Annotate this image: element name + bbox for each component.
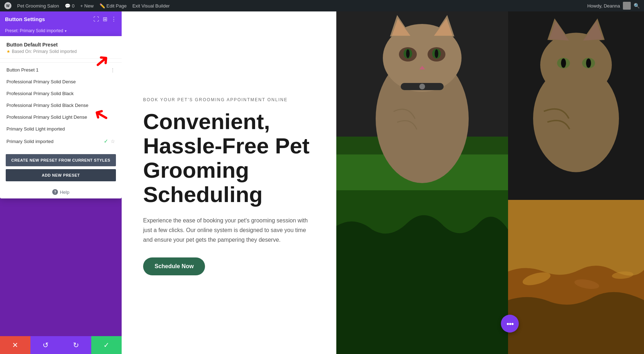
admin-bar: W Pet Grooming Salon 💬 0 + New ✏️ Edit P… [0, 0, 644, 11]
redo-button[interactable]: ↻ [61, 336, 91, 354]
user-greeting: Howdy, Deanna [587, 3, 620, 9]
side-cats-panel [508, 11, 644, 354]
side-cats-bottom [508, 200, 644, 354]
page-wrapper: Button Settings ⛶ ⊞ ⋮ Preset: Primary So… [0, 11, 644, 354]
screen-icon[interactable]: ⛶ [93, 16, 99, 23]
chevron-down-icon: ▾ [65, 29, 67, 33]
hero-section: BOOK YOUR PET'S GROOMING APPOINTMENT ONL… [122, 11, 644, 354]
preset-item-label: Primary Solid Light imported [6, 126, 115, 132]
exit-builder-button[interactable]: Exit Visual Builder [132, 3, 170, 9]
admin-bar-right: Howdy, Deanna 🔍 [587, 2, 640, 10]
create-preset-button[interactable]: CREATE NEW PRESET FROM CURRENT STYLES [6, 154, 116, 166]
save-button[interactable]: ✓ [91, 336, 122, 354]
avatar[interactable] [623, 2, 631, 10]
default-preset-title: Button Default Preset [6, 42, 115, 48]
preset-actions: CREATE NEW PRESET FROM CURRENT STYLES AD… [0, 150, 122, 186]
preset-item-label: Professional Primary Solid Black Dense [6, 103, 115, 108]
schedule-button[interactable]: Schedule Now [143, 257, 205, 275]
site-name[interactable]: Pet Grooming Salon [17, 3, 59, 9]
hero-image [336, 11, 508, 354]
close-button[interactable]: ✕ [0, 336, 30, 354]
cat-image-svg [336, 11, 508, 354]
help-link[interactable]: ? Help [0, 186, 122, 198]
settings-header-icons: ⛶ ⊞ ⋮ [93, 16, 117, 23]
wp-logo-icon: W [4, 2, 11, 9]
based-on-text: Based On: Primary Solid imported [12, 49, 77, 54]
star-icon: ★ [6, 49, 10, 54]
preset-item-label: Professional Primary Solid Black [6, 91, 115, 96]
preset-item[interactable]: Professional Primary Solid Dense [0, 76, 122, 88]
preset-item[interactable]: Primary Solid Light imported [0, 123, 122, 135]
undo-button[interactable]: ↺ [30, 336, 61, 354]
preset-list: Button Preset 1 ⋮ Professional Primary S… [0, 59, 122, 150]
preset-label[interactable]: Preset: Primary Solid imported ▾ [0, 27, 122, 36]
panel-sidebar: Button Settings ⛶ ⊞ ⋮ Preset: Primary So… [0, 11, 122, 354]
hero-description: Experience the ease of booking your pet'… [143, 216, 315, 245]
preset-label-text: Preset: Primary Solid imported [5, 28, 63, 33]
pencil-icon: ✏️ [99, 3, 105, 9]
preset-item[interactable]: Professional Primary Solid Light Dense [0, 111, 122, 123]
undo-icon: ↺ [43, 341, 49, 349]
svg-point-19 [419, 84, 425, 89]
hero-left: BOOK YOUR PET'S GROOMING APPOINTMENT ONL… [122, 11, 336, 354]
edit-page-button[interactable]: ✏️ Edit Page [99, 3, 127, 9]
side-cats-top [508, 11, 644, 200]
settings-header: Button Settings ⛶ ⊞ ⋮ [0, 11, 122, 27]
svg-point-15 [406, 49, 410, 58]
edit-page-label: Edit Page [107, 3, 127, 9]
fab-button[interactable]: ●●● [501, 315, 519, 333]
search-icon[interactable]: 🔍 [634, 3, 640, 9]
default-preset-section: Button Default Preset ★ Based On: Primar… [0, 36, 122, 59]
preset-item-label: Button Preset 1 [6, 67, 115, 73]
add-preset-button[interactable]: ADD NEW PRESET [6, 169, 116, 181]
site-link: Pet Grooming Salon [17, 3, 59, 9]
preset-more-icon[interactable]: ⋮ [110, 67, 115, 73]
wp-logo-button[interactable]: W [4, 2, 11, 9]
save-icon: ✓ [103, 341, 109, 349]
preset-item-label: Primary Solid imported [6, 139, 104, 144]
checkmark-icon: ✓ [104, 138, 108, 144]
redo-icon: ↻ [73, 341, 79, 349]
preset-item-icons: ✓ ☆ [104, 138, 115, 144]
comment-icon: 💬 [65, 3, 70, 9]
close-icon: ✕ [12, 341, 18, 349]
more-options-icon[interactable]: ⋮ [111, 16, 117, 23]
new-label: + New [80, 3, 93, 9]
comments-count: 0 [72, 3, 74, 9]
settings-title: Button Settings [5, 16, 45, 22]
default-preset-subtitle: ★ Based On: Primary Solid imported [6, 49, 115, 54]
preset-dropdown: Button Default Preset ★ Based On: Primar… [0, 36, 122, 198]
new-content-button[interactable]: + New [80, 3, 93, 9]
main-content: BOOK YOUR PET'S GROOMING APPOINTMENT ONL… [122, 11, 644, 354]
hero-title: Convenient, Hassle-Free Pet Grooming Sch… [143, 109, 315, 207]
hero-tagline: BOOK YOUR PET'S GROOMING APPOINTMENT ONL… [143, 97, 315, 102]
preset-item-active[interactable]: Primary Solid imported ✓ ☆ [0, 135, 122, 148]
preset-item-label: Professional Primary Solid Dense [6, 79, 115, 84]
help-icon: ? [52, 189, 58, 195]
svg-rect-32 [508, 11, 644, 200]
comments-button[interactable]: 💬 0 [65, 3, 74, 9]
help-label: Help [60, 190, 69, 195]
preset-item[interactable]: Button Preset 1 ⋮ [0, 62, 122, 76]
svg-point-16 [435, 49, 438, 58]
preset-item[interactable]: Professional Primary Solid Black [0, 88, 122, 99]
bottom-toolbar: ✕ ↺ ↻ ✓ [0, 336, 122, 354]
columns-icon[interactable]: ⊞ [103, 16, 107, 23]
fab-icon: ●●● [506, 321, 513, 326]
exit-builder-label: Exit Visual Builder [132, 3, 170, 9]
star-outline-icon[interactable]: ☆ [111, 138, 115, 144]
preset-item-label: Professional Primary Solid Light Dense [6, 114, 115, 120]
preset-item[interactable]: Professional Primary Solid Black Dense [0, 99, 122, 111]
